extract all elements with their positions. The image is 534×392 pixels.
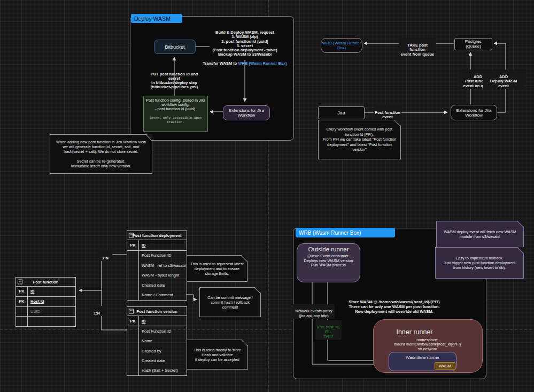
network-proxy-label[interactable]: Network events proxy (jira api, any http… (293, 304, 335, 319)
bitbucket-label: Bitbucket (165, 44, 184, 50)
table-row[interactable]: WASM - ref to s3/wasabi (127, 260, 187, 271)
deploy-wasm-title: Deploy WASM (134, 16, 171, 22)
table-row[interactable]: Post Function ID (127, 326, 187, 336)
collapse-icon[interactable] (18, 280, 22, 285)
rollback-note[interactable]: Easy to implement rollback. Just trigger… (435, 247, 524, 279)
table-row[interactable]: Post Function ID (127, 250, 187, 261)
table-row[interactable]: Created by (127, 346, 187, 356)
outside-runner-node[interactable]: Outside runner Queue Event consumer. Dep… (297, 243, 360, 282)
table-row[interactable]: PKID (127, 316, 187, 326)
table-title: Post function version (136, 309, 177, 314)
edge-relations[interactable] (102, 255, 127, 330)
request-lines: Build & Deploy WASM, request 1. WASM (zi… (212, 30, 277, 57)
collapse-icon[interactable] (129, 309, 134, 314)
extensions-jira-workflow-right[interactable]: Extensions for Jira Workflow (451, 105, 497, 120)
table-title: Post function (33, 280, 59, 285)
table-row[interactable]: PKID (127, 240, 187, 250)
build-deploy-request-text[interactable]: Build & Deploy WASM, request 1. WASM (zi… (197, 26, 293, 66)
wrb-link-text: WRB (Wasm Runner Box) (238, 61, 287, 66)
table-row[interactable]: PKID (16, 287, 75, 296)
collapse-icon[interactable] (129, 233, 134, 238)
table-row[interactable]: Created date (127, 356, 187, 365)
jira-node[interactable]: Jira (318, 106, 365, 119)
transfer-prefix: Transfer WASM to (203, 61, 238, 66)
table-row[interactable]: Hash (Salt + Secret) (127, 366, 187, 375)
deploy-wasm-title-tab[interactable]: Deploy WASM (131, 14, 182, 23)
table-post-function-version[interactable]: Post function version PKID Post Function… (127, 306, 187, 376)
table-post-function[interactable]: Post function PKID FKHost Id UUID (16, 277, 76, 327)
run-event-label[interactable]: Run, host_id, PFI, event (315, 320, 342, 340)
add-deploy-wasm-label[interactable]: ADD Deploy WASM event (483, 70, 524, 89)
extensions-jira-workflow-left[interactable]: Extensions for Jira Workflow (223, 105, 270, 120)
postgres-queue-node[interactable]: Postgres (Queue) (454, 38, 492, 50)
table-post-function-deployment[interactable]: Post function deployment PKID Post Funct… (127, 230, 187, 301)
post-function-config-box[interactable]: Post function config, stored in Jira wor… (143, 96, 208, 132)
table-row[interactable] (16, 316, 75, 326)
table-row[interactable]: FKHost Id (16, 296, 75, 306)
diagram-canvas: Deploy WASM Bitbucket Build & Deploy WAS… (0, 0, 534, 392)
hash-validate-note[interactable]: This is used mostly to store Hash and va… (187, 340, 248, 370)
config-secret-note: Secret only accessible upon creation. (144, 116, 207, 124)
relation-1n-top[interactable]: 1:N (98, 251, 112, 261)
wrb-title-tab[interactable]: WRB (Wasm Runner Box) (296, 228, 395, 237)
wasm-badge[interactable]: WASM (435, 362, 455, 370)
bitbucket-node[interactable]: Bitbucket (154, 40, 196, 54)
put-secret-label[interactable]: PUT post function id and secret in bitbu… (144, 68, 204, 89)
post-function-event-label[interactable]: Post function event (374, 105, 401, 120)
config-text: Post function config, stored in Jira wor… (146, 98, 205, 112)
table-row[interactable]: Created date (127, 280, 187, 290)
table-row[interactable]: Name / Comment (127, 290, 187, 301)
store-wasm-text[interactable]: Store WASM @ /home/wrb/wasm/{host_id}/{P… (318, 295, 470, 314)
wrb-title: WRB (Wasm Runner Box) (299, 230, 361, 236)
table-row[interactable]: WASM - bytes lenght (127, 271, 187, 281)
relation-1n-bottom[interactable]: 1:N (90, 306, 104, 316)
edge-comment-note[interactable] (186, 295, 197, 299)
storage-limits-note[interactable]: This is used to represent latest deploym… (187, 255, 247, 282)
table-row[interactable]: Name (127, 336, 187, 346)
generate-secret-note[interactable]: When adding new post function in Jira Wo… (50, 134, 152, 174)
fetch-wasm-note[interactable]: WASM deploy event will fetch new WASM mo… (436, 221, 524, 248)
outside-runner-title: Outside runner (308, 246, 349, 252)
take-event-label[interactable]: TAKE post function event from queue (399, 38, 436, 57)
table-title: Post function deployment (132, 233, 181, 238)
wrb-node[interactable]: WRB (Wasm Runner Box) (321, 38, 362, 53)
outside-runner-text: Queue Event consumer. Deploys new WASM v… (304, 254, 353, 268)
workflow-event-note[interactable]: Every workflow event comes with post fun… (318, 120, 401, 159)
commit-message-note[interactable]: Can be commit message / commit hash / ro… (199, 287, 261, 317)
table-row[interactable]: UUID (16, 306, 75, 317)
